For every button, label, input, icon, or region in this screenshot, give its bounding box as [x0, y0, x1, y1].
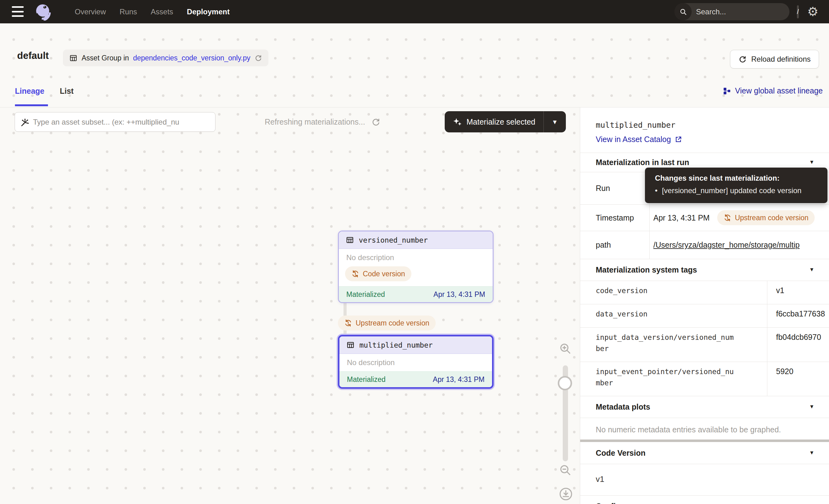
download-graph-button[interactable]	[559, 487, 573, 501]
upstream-code-version-tag[interactable]: Upstream code version	[717, 210, 815, 225]
asset-node-header: versioned_number	[339, 231, 493, 249]
table-grid-icon	[346, 236, 354, 244]
code-version-tag[interactable]: Code version	[345, 266, 411, 281]
asset-details-panel: multiplied_number View in Asset Catalog …	[580, 107, 829, 504]
asset-group-label: Asset Group in	[82, 54, 129, 62]
asset-node-tags: Code version	[339, 264, 493, 286]
bullet: •	[655, 186, 657, 195]
upstream-code-version-tag[interactable]: Upstream code version	[338, 316, 436, 330]
refresh-icon[interactable]	[371, 117, 381, 127]
tag-value: fb04dcb6970	[767, 328, 829, 362]
asset-node-name: versioned_number	[359, 236, 428, 244]
top-nav: Overview Runs Assets Deployment / ⚙	[0, 0, 829, 23]
asset-node-status-bar: Materialized Apr 13, 4:31 PM	[339, 286, 493, 302]
dagster-logo[interactable]	[34, 3, 52, 22]
nav-assets[interactable]: Assets	[151, 7, 173, 16]
table-row: code_version v1	[580, 281, 829, 304]
code-version-sync-icon	[344, 319, 352, 327]
search-icon	[675, 3, 692, 20]
view-in-asset-catalog-label: View in Asset Catalog	[596, 135, 671, 144]
materialize-selected-label: Materialize selected	[467, 117, 535, 127]
main-nav: Overview Runs Assets Deployment	[75, 0, 229, 23]
tag-key: code_version	[580, 281, 767, 304]
lineage-graph-canvas[interactable]: Refreshing materializations... Materiali…	[0, 107, 580, 504]
asset-node-status-bar: Materialized Apr 13, 4:31 PM	[339, 371, 492, 387]
reload-definitions-label: Reload definitions	[751, 55, 810, 64]
asset-subset-filter[interactable]	[15, 112, 216, 132]
view-global-asset-lineage-label: View global asset lineage	[735, 86, 823, 95]
materialize-selected-button[interactable]: Materialize selected ▾	[445, 111, 566, 132]
op-selector-icon	[20, 117, 29, 127]
section-title: Metadata plots	[596, 402, 650, 411]
nav-overview[interactable]: Overview	[75, 7, 106, 16]
chevron-down-icon[interactable]: ▼	[809, 267, 814, 273]
timestamp-label: Timestamp	[580, 205, 650, 231]
global-search[interactable]: /	[675, 3, 789, 20]
upstream-code-version-label: Upstream code version	[356, 319, 429, 327]
view-in-asset-catalog-link[interactable]: View in Asset Catalog	[596, 135, 682, 144]
section-title: Materialization system tags	[596, 265, 697, 275]
code-version-sync-icon	[723, 214, 731, 222]
search-input[interactable]	[692, 7, 797, 16]
table-grid-icon	[69, 54, 77, 62]
materialized-status: Materialized	[347, 375, 386, 384]
materialize-dropdown-caret[interactable]: ▾	[544, 111, 566, 132]
settings-gear-icon[interactable]: ⚙	[807, 4, 819, 19]
timestamp-row: Timestamp Apr 13, 4:31 PM Upstream code …	[580, 204, 829, 231]
tag-key: input_data_version/versioned_number	[580, 328, 767, 362]
tab-lineage[interactable]: Lineage	[15, 86, 44, 96]
section-config[interactable]: Config	[580, 495, 829, 504]
asset-node-header: multiplied_number	[339, 336, 492, 354]
materialized-status: Materialized	[346, 290, 385, 299]
tag-key: input_event_pointer/versioned_number	[580, 362, 767, 396]
refreshing-status-label: Refreshing materializations...	[265, 117, 365, 127]
zoom-out-button[interactable]	[558, 463, 572, 477]
zoom-slider-handle[interactable]	[558, 376, 572, 390]
system-tags-table: code_version v1 data_version f6ccba17763…	[580, 281, 829, 396]
table-row: input_data_version/versioned_number fb04…	[580, 327, 829, 362]
zoom-in-button[interactable]	[558, 342, 572, 355]
code-version-value: v1	[596, 474, 604, 484]
reload-definitions-button[interactable]: Reload definitions	[730, 50, 819, 69]
tab-list[interactable]: List	[60, 86, 73, 96]
search-shortcut-key: /	[797, 5, 799, 19]
tag-value: 5920	[767, 362, 829, 396]
asset-group-file-link[interactable]: dependencies_code_version_only.py	[133, 54, 250, 62]
run-label: Run	[580, 172, 650, 204]
section-system-tags[interactable]: Materialization system tags ▼	[580, 259, 829, 281]
changes-tooltip: Changes since last materialization: • [v…	[645, 168, 827, 203]
section-title: Materialization in last run	[596, 158, 689, 167]
tooltip-item: [versioned_number] updated code version	[662, 186, 801, 195]
path-link[interactable]: /Users/sryza/dagster_home/storage/multip	[653, 241, 800, 250]
divider	[580, 439, 829, 442]
materialized-timestamp[interactable]: Apr 13, 4:31 PM	[433, 290, 485, 299]
active-tab-underline	[15, 104, 48, 106]
asset-node-name: multiplied_number	[359, 341, 433, 349]
table-row: input_event_pointer/versioned_number 592…	[580, 362, 829, 396]
asset-node-description: No description	[339, 249, 493, 264]
chevron-down-icon[interactable]: ▼	[809, 450, 814, 456]
materialized-timestamp[interactable]: Apr 13, 4:31 PM	[433, 375, 484, 384]
table-row: data_version f6ccba177638	[580, 304, 829, 327]
tag-key: data_version	[580, 304, 767, 327]
section-code-version[interactable]: Code Version ▼	[580, 442, 829, 464]
section-title: Config	[596, 502, 620, 504]
upstream-code-version-label: Upstream code version	[735, 214, 809, 222]
view-global-asset-lineage-link[interactable]: View global asset lineage	[723, 86, 823, 95]
refreshing-status: Refreshing materializations...	[265, 112, 381, 132]
refresh-icon[interactable]	[254, 54, 262, 62]
asset-node-description: No description	[339, 354, 492, 371]
tag-value: f6ccba177638	[767, 304, 829, 327]
external-link-icon	[675, 136, 682, 143]
nav-deployment[interactable]: Deployment	[187, 7, 229, 16]
asset-node-versioned-number[interactable]: versioned_number No description Code ver…	[338, 230, 494, 303]
section-metadata-plots[interactable]: Metadata plots ▼	[580, 396, 829, 418]
chevron-down-icon[interactable]: ▼	[809, 159, 814, 166]
asset-subset-input[interactable]	[33, 118, 210, 127]
asset-node-multiplied-number[interactable]: multiplied_number No description Materia…	[338, 335, 494, 389]
path-row: path /Users/sryza/dagster_home/storage/m…	[580, 231, 829, 259]
materialize-selected-main[interactable]: Materialize selected	[445, 111, 543, 132]
hamburger-menu-icon[interactable]	[12, 6, 24, 17]
nav-runs[interactable]: Runs	[119, 7, 137, 16]
chevron-down-icon[interactable]: ▼	[809, 404, 814, 410]
